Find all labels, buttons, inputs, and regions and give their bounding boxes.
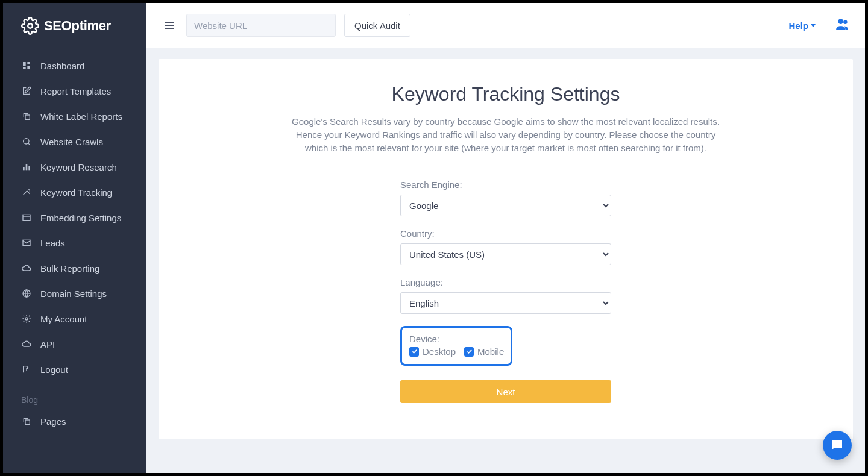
svg-point-13	[25, 318, 28, 320]
help-label: Help	[788, 20, 808, 31]
sidebar-item-website-crawls[interactable]: Website Crawls	[3, 129, 146, 154]
bars-icon	[21, 161, 32, 172]
device-desktop-checkbox[interactable]: Desktop	[409, 346, 456, 357]
svg-rect-14	[25, 420, 30, 424]
quick-audit-button[interactable]: Quick Audit	[344, 14, 410, 37]
sidebar-item-label: Dashboard	[40, 61, 84, 71]
device-group: Device: Desktop Mobile	[400, 326, 512, 366]
device-mobile-checkbox[interactable]: Mobile	[464, 346, 504, 357]
copy-icon	[21, 111, 32, 122]
svg-rect-10	[23, 215, 30, 220]
edit-icon	[21, 86, 32, 96]
chat-launcher[interactable]	[823, 431, 852, 460]
sidebar-item-bulk-reporting[interactable]: Bulk Reporting	[3, 255, 146, 281]
main: Quick Audit Help Keyword Tracking Settin…	[146, 3, 865, 473]
sidebar-item-label: Website Crawls	[40, 137, 103, 147]
sidebar-item-logout[interactable]: Logout	[3, 357, 146, 382]
sidebar-item-label: Keyword Research	[40, 162, 117, 172]
settings-form: Search Engine: Google Country: United St…	[400, 180, 611, 403]
sidebar: SEOptimer Dashboard Report Templates Whi…	[3, 3, 146, 473]
help-dropdown[interactable]: Help	[788, 20, 816, 31]
search-engine-select[interactable]: Google	[400, 195, 611, 216]
chevron-down-icon	[811, 24, 816, 27]
users-icon[interactable]	[835, 16, 851, 34]
search-engine-group: Search Engine: Google	[400, 180, 611, 216]
copy-icon	[21, 416, 32, 427]
logo-text: SEOptimer	[44, 18, 111, 34]
sidebar-item-label: API	[40, 339, 55, 349]
globe-icon	[21, 288, 32, 299]
svg-point-16	[843, 20, 848, 25]
checkbox-checked-icon	[464, 347, 474, 357]
topbar: Quick Audit Help	[146, 3, 865, 48]
dashboard-icon	[21, 60, 32, 71]
settings-card: Keyword Tracking Settings Google's Searc…	[159, 59, 853, 439]
svg-rect-5	[25, 115, 30, 119]
language-label: Language:	[400, 277, 611, 287]
search-engine-label: Search Engine:	[400, 180, 611, 190]
device-desktop-label: Desktop	[423, 346, 456, 357]
sidebar-item-embedding[interactable]: Embedding Settings	[3, 205, 146, 230]
sidebar-item-label: White Label Reports	[40, 111, 122, 122]
arrow-trend-icon	[21, 187, 32, 198]
country-group: Country: United States (US)	[400, 228, 611, 265]
sidebar-nav: Dashboard Report Templates White Label R…	[3, 48, 146, 473]
svg-point-0	[28, 23, 33, 28]
chat-icon	[830, 438, 844, 453]
svg-rect-9	[28, 166, 30, 170]
next-button[interactable]: Next	[400, 380, 611, 403]
search-icon	[21, 136, 32, 147]
hamburger-icon[interactable]	[161, 17, 178, 34]
country-select[interactable]: United States (US)	[400, 243, 611, 265]
sidebar-item-label: Leads	[40, 238, 65, 248]
sidebar-item-label: Pages	[40, 416, 66, 427]
svg-point-15	[838, 19, 843, 24]
sidebar-item-leads[interactable]: Leads	[3, 230, 146, 255]
checkbox-checked-icon	[409, 347, 419, 357]
language-select[interactable]: English	[400, 292, 611, 314]
sidebar-item-label: Logout	[40, 365, 68, 375]
sidebar-item-api[interactable]: API	[3, 331, 146, 357]
sidebar-section-blog: Blog	[3, 382, 146, 409]
sidebar-item-pages[interactable]: Pages	[3, 409, 146, 434]
sidebar-item-domain-settings[interactable]: Domain Settings	[3, 281, 146, 306]
svg-rect-1	[23, 62, 26, 66]
sidebar-item-my-account[interactable]: My Account	[3, 306, 146, 331]
window-icon	[21, 212, 32, 223]
logout-icon	[21, 364, 32, 375]
sidebar-item-label: Report Templates	[40, 86, 111, 96]
sidebar-item-label: Bulk Reporting	[40, 263, 99, 274]
logo[interactable]: SEOptimer	[3, 3, 146, 48]
svg-rect-4	[23, 67, 26, 69]
logo-gear-icon	[21, 17, 39, 35]
sidebar-item-label: Embedding Settings	[40, 213, 121, 223]
svg-rect-2	[27, 62, 30, 64]
cloud-icon	[21, 339, 32, 349]
gear-icon	[21, 313, 32, 324]
svg-rect-3	[27, 66, 30, 69]
sidebar-item-label: Keyword Tracking	[40, 187, 112, 198]
sidebar-item-white-label[interactable]: White Label Reports	[3, 104, 146, 129]
page-title: Keyword Tracking Settings	[189, 83, 823, 105]
website-url-input[interactable]	[186, 14, 336, 37]
sidebar-item-keyword-research[interactable]: Keyword Research	[3, 154, 146, 180]
device-label: Device:	[409, 334, 503, 344]
country-label: Country:	[400, 228, 611, 239]
language-group: Language: English	[400, 277, 611, 314]
content-area: Keyword Tracking Settings Google's Searc…	[146, 48, 865, 473]
sidebar-item-label: My Account	[40, 314, 87, 324]
svg-point-6	[24, 139, 29, 144]
svg-rect-8	[26, 164, 28, 170]
sidebar-item-label: Domain Settings	[40, 289, 107, 299]
cloud-icon	[21, 263, 32, 274]
page-description: Google's Search Results vary by country …	[289, 115, 723, 154]
mail-icon	[21, 237, 32, 248]
sidebar-item-keyword-tracking[interactable]: Keyword Tracking	[3, 180, 146, 205]
device-mobile-label: Mobile	[477, 346, 504, 357]
sidebar-item-dashboard[interactable]: Dashboard	[3, 53, 146, 78]
sidebar-item-report-templates[interactable]: Report Templates	[3, 78, 146, 104]
svg-rect-7	[23, 167, 25, 170]
